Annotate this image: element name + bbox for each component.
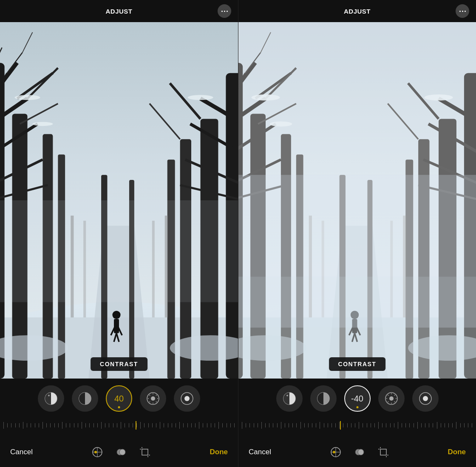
svg-point-65 <box>184 396 190 401</box>
slider-tick <box>429 423 429 427</box>
slider-tick <box>160 422 160 429</box>
svg-point-114 <box>425 94 453 100</box>
svg-rect-49 <box>152 221 155 317</box>
right-slider[interactable] <box>238 417 476 434</box>
svg-point-37 <box>112 311 120 319</box>
slider-tick <box>179 422 180 429</box>
slider-tick <box>390 423 391 427</box>
right-slider-indicator <box>340 421 341 430</box>
svg-rect-129 <box>390 221 393 317</box>
svg-line-143 <box>388 402 388 402</box>
slider-tick <box>445 423 445 427</box>
slider-tick <box>176 423 176 427</box>
left-menu-button[interactable] <box>218 4 231 18</box>
left-cancel-button[interactable]: Cancel <box>10 448 33 456</box>
slider-tick <box>281 422 281 429</box>
left-brilliance-button[interactable] <box>72 385 98 412</box>
left-crop-tool-button[interactable] <box>137 444 153 460</box>
left-highlights-button[interactable] <box>140 385 166 412</box>
slider-tick <box>125 423 125 427</box>
slider-tick <box>234 423 235 427</box>
slider-tick <box>320 422 320 429</box>
slider-tick <box>230 423 231 427</box>
right-slider-ticks <box>242 420 473 430</box>
slider-tick <box>351 423 351 427</box>
slider-tick <box>296 423 297 427</box>
right-contrast-button[interactable]: -40 <box>344 385 371 412</box>
left-adjust-tool-button[interactable] <box>90 444 105 460</box>
slider-tick <box>402 423 402 427</box>
right-photo-area: CONTRAST <box>238 22 476 379</box>
slider-tick <box>74 423 74 427</box>
svg-point-35 <box>32 122 53 126</box>
slider-tick <box>207 423 207 427</box>
left-contrast-dot <box>118 406 120 408</box>
slider-tick <box>50 423 51 427</box>
right-contrast-dot <box>356 406 358 408</box>
slider-tick <box>195 423 196 427</box>
slider-tick <box>316 423 316 427</box>
slider-tick <box>261 422 262 429</box>
slider-tick <box>414 423 414 427</box>
svg-rect-38 <box>114 319 119 333</box>
right-crop-tool-button[interactable] <box>376 444 391 460</box>
left-contrast-button[interactable]: 40 <box>106 385 132 412</box>
left-slider[interactable] <box>0 417 238 434</box>
right-adjust-tool-button[interactable] <box>328 444 343 460</box>
right-blacks-button[interactable] <box>412 385 439 412</box>
slider-tick <box>464 423 465 427</box>
right-done-button[interactable]: Done <box>448 448 466 456</box>
right-color-tool-button[interactable] <box>352 444 367 460</box>
slider-tick <box>62 422 62 429</box>
svg-line-61 <box>156 402 157 402</box>
right-brilliance-button[interactable] <box>310 385 337 412</box>
svg-point-34 <box>15 95 40 100</box>
left-panel: ADJUST <box>0 0 238 467</box>
svg-point-113 <box>270 121 292 126</box>
slider-tick <box>156 423 156 427</box>
slider-tick <box>211 423 211 427</box>
slider-tick <box>136 423 137 427</box>
slider-tick <box>144 423 144 427</box>
slider-tick <box>70 423 70 427</box>
left-contrast-value: 40 <box>114 394 124 404</box>
slider-tick <box>258 423 258 427</box>
slider-tick <box>129 423 129 427</box>
slider-tick <box>363 423 363 427</box>
left-exposure-button[interactable] <box>38 385 64 412</box>
slider-tick <box>355 423 355 427</box>
slider-tick <box>89 423 90 427</box>
slider-tick <box>11 423 11 427</box>
slider-tick <box>15 423 16 427</box>
slider-tick <box>371 423 371 427</box>
slider-tick <box>456 422 456 429</box>
slider-tick <box>343 423 343 427</box>
svg-point-55 <box>151 396 155 401</box>
svg-line-141 <box>394 402 395 402</box>
right-cancel-button[interactable]: Cancel <box>249 448 271 456</box>
slider-tick <box>97 423 98 427</box>
left-blacks-button[interactable] <box>174 385 200 412</box>
slider-tick <box>437 422 437 429</box>
slider-tick <box>23 422 23 429</box>
slider-tick <box>58 423 59 427</box>
right-highlights-button[interactable] <box>378 385 405 412</box>
slider-tick <box>121 422 121 429</box>
right-exposure-button[interactable] <box>276 385 303 412</box>
slider-tick <box>187 423 188 427</box>
slider-tick <box>421 423 422 427</box>
svg-rect-47 <box>165 216 168 317</box>
slider-tick <box>242 422 242 429</box>
slider-tick <box>172 423 172 427</box>
slider-tick <box>468 423 468 427</box>
slider-tick <box>203 423 203 427</box>
slider-tick <box>199 422 199 429</box>
svg-point-112 <box>251 94 280 100</box>
left-slider-ticks <box>3 420 235 430</box>
left-slider-indicator <box>136 421 136 430</box>
svg-line-142 <box>394 395 395 396</box>
slider-tick <box>7 423 8 427</box>
right-menu-button[interactable] <box>456 4 469 18</box>
left-color-tool-button[interactable] <box>113 444 129 460</box>
left-done-button[interactable]: Done <box>210 448 228 456</box>
